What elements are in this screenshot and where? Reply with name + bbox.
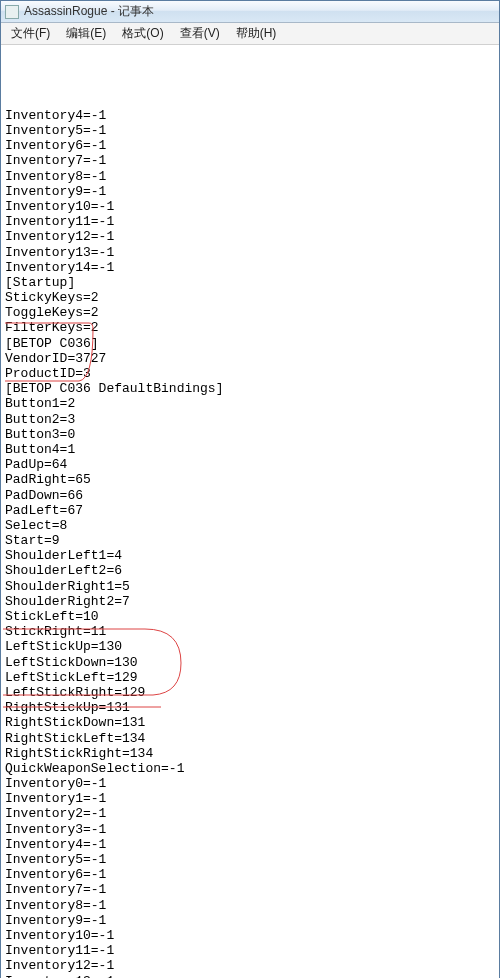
text-line: Inventory14=-1 — [5, 260, 495, 275]
text-line: FilterKeys=2 — [5, 320, 495, 335]
text-line: ProductID=3 — [5, 366, 495, 381]
text-line: Inventory6=-1 — [5, 138, 495, 153]
text-line: RightStickRight=134 — [5, 746, 495, 761]
text-line: Inventory13=-1 — [5, 245, 495, 260]
text-line: RightStickUp=131 — [5, 700, 495, 715]
text-line: Inventory4=-1 — [5, 837, 495, 852]
notepad-icon — [5, 5, 19, 19]
text-line: PadUp=64 — [5, 457, 495, 472]
text-line: Button1=2 — [5, 396, 495, 411]
text-line: Inventory11=-1 — [5, 943, 495, 958]
text-line: Inventory2=-1 — [5, 806, 495, 821]
text-line: Inventory13=-1 — [5, 974, 495, 979]
text-line: QuickWeaponSelection=-1 — [5, 761, 495, 776]
text-line: Inventory10=-1 — [5, 928, 495, 943]
text-line: Button4=1 — [5, 442, 495, 457]
text-line: Inventory10=-1 — [5, 199, 495, 214]
text-line: Inventory8=-1 — [5, 898, 495, 913]
text-line: ShoulderRight1=5 — [5, 579, 495, 594]
menu-file[interactable]: 文件(F) — [3, 23, 58, 44]
text-area[interactable]: Inventory4=-1Inventory5=-1Inventory6=-1I… — [1, 45, 499, 978]
menu-bar: 文件(F) 编辑(E) 格式(O) 查看(V) 帮助(H) — [1, 23, 499, 45]
text-line: Inventory5=-1 — [5, 123, 495, 138]
text-line: Start=9 — [5, 533, 495, 548]
text-line: Button2=3 — [5, 412, 495, 427]
menu-edit[interactable]: 编辑(E) — [58, 23, 114, 44]
text-line: Inventory12=-1 — [5, 958, 495, 973]
text-line: PadDown=66 — [5, 488, 495, 503]
text-line: StickRight=11 — [5, 624, 495, 639]
text-line: PadRight=65 — [5, 472, 495, 487]
text-line: LeftStickUp=130 — [5, 639, 495, 654]
text-line: [BETOP C036] — [5, 336, 495, 351]
menu-help[interactable]: 帮助(H) — [228, 23, 285, 44]
text-line: RightStickLeft=134 — [5, 731, 495, 746]
text-line: ShoulderRight2=7 — [5, 594, 495, 609]
notepad-window: AssassinRogue - 记事本 文件(F) 编辑(E) 格式(O) 查看… — [0, 0, 500, 978]
text-line: Select=8 — [5, 518, 495, 533]
text-line: ToggleKeys=2 — [5, 305, 495, 320]
text-line: Inventory9=-1 — [5, 913, 495, 928]
text-line: PadLeft=67 — [5, 503, 495, 518]
text-line: LeftStickRight=129 — [5, 685, 495, 700]
text-line: StickyKeys=2 — [5, 290, 495, 305]
title-bar[interactable]: AssassinRogue - 记事本 — [1, 1, 499, 23]
text-line: Inventory5=-1 — [5, 852, 495, 867]
text-line: Inventory4=-1 — [5, 108, 495, 123]
text-line: LeftStickDown=130 — [5, 655, 495, 670]
text-line: Inventory12=-1 — [5, 229, 495, 244]
text-line: VendorID=3727 — [5, 351, 495, 366]
menu-view[interactable]: 查看(V) — [172, 23, 228, 44]
text-line: StickLeft=10 — [5, 609, 495, 624]
menu-format[interactable]: 格式(O) — [114, 23, 171, 44]
window-title: AssassinRogue - 记事本 — [24, 3, 154, 20]
text-line: [Startup] — [5, 275, 495, 290]
text-line: Inventory7=-1 — [5, 882, 495, 897]
text-line: Inventory1=-1 — [5, 791, 495, 806]
text-line: Inventory3=-1 — [5, 822, 495, 837]
text-line: ShoulderLeft2=6 — [5, 563, 495, 578]
text-line: Inventory8=-1 — [5, 169, 495, 184]
text-line: Button3=0 — [5, 427, 495, 442]
text-line: Inventory9=-1 — [5, 184, 495, 199]
text-line: LeftStickLeft=129 — [5, 670, 495, 685]
text-line: Inventory0=-1 — [5, 776, 495, 791]
text-line: Inventory7=-1 — [5, 153, 495, 168]
text-line: RightStickDown=131 — [5, 715, 495, 730]
text-line: ShoulderLeft1=4 — [5, 548, 495, 563]
text-line: Inventory6=-1 — [5, 867, 495, 882]
text-line: [BETOP C036 DefaultBindings] — [5, 381, 495, 396]
text-line: Inventory11=-1 — [5, 214, 495, 229]
